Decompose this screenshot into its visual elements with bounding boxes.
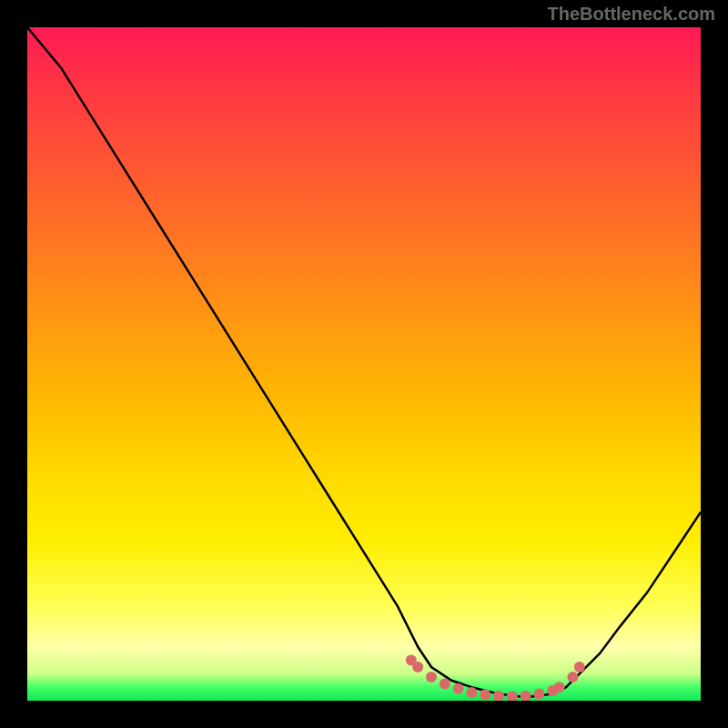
- attribution-text: TheBottleneck.com: [548, 4, 715, 25]
- chart-gradient-background: [27, 27, 701, 701]
